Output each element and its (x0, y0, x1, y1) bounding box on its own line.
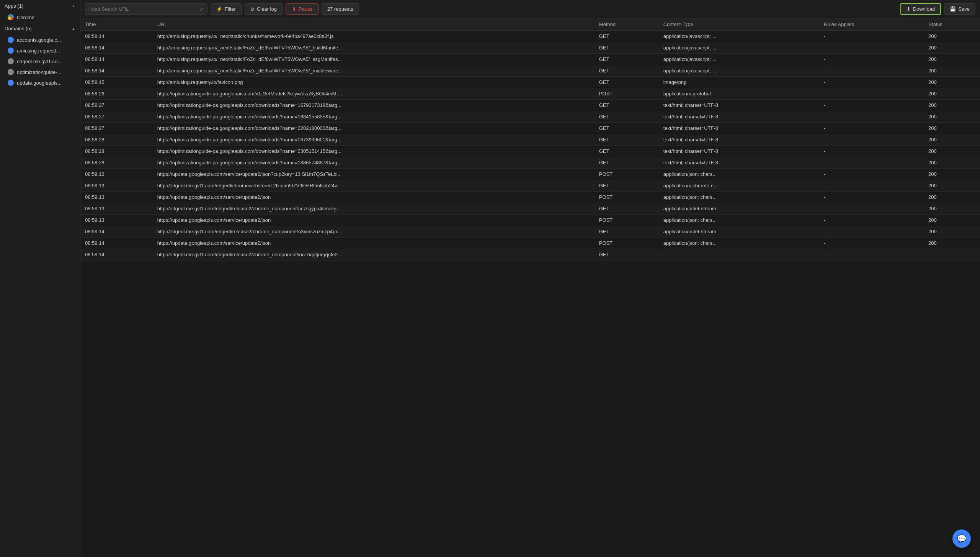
cell-method: GET (595, 42, 659, 54)
cell-time: 08:58:27 (80, 111, 153, 123)
cell-url: http://edgedl.me.gvt1.com/edgedl/release… (153, 226, 595, 238)
chat-icon: 💬 (957, 534, 967, 543)
cell-rules_applied: - (819, 226, 924, 238)
cell-time: 08:58:27 (80, 123, 153, 134)
sidebar-item-optimizationguide[interactable]: optimizationguide-... (0, 67, 80, 77)
download-button[interactable]: ⬇ Download (900, 3, 941, 15)
cell-method: GET (595, 31, 659, 42)
clear-log-button[interactable]: ⊘ Clear log (245, 3, 283, 15)
cell-status: 200 (924, 42, 980, 54)
cell-method: POST (595, 169, 659, 180)
table-row[interactable]: 08:58:28https://optimizationguide-pa.goo… (80, 146, 980, 157)
table-row[interactable]: 08:59:14https://update.googleapis.com/se… (80, 238, 980, 249)
cell-rules_applied: - (819, 31, 924, 42)
search-input-wrapper[interactable]: ⤢ (85, 3, 207, 15)
search-input[interactable] (89, 6, 197, 12)
sidebar-item-update-googleapis[interactable]: update.googleapis... (0, 77, 80, 88)
cell-method: GET (595, 146, 659, 157)
table-row[interactable]: 08:59:14http://edgedl.me.gvt1.com/edgedl… (80, 249, 980, 260)
cell-rules_applied: - (819, 65, 924, 77)
cell-content_type: application/octet-stream (659, 226, 820, 238)
sidebar-item-chrome-label: Chrome (17, 15, 34, 20)
cell-time: 08:58:14 (80, 65, 153, 77)
cell-time: 08:59:13 (80, 192, 153, 203)
cell-method: POST (595, 238, 659, 249)
globe-icon-5 (8, 80, 14, 86)
cell-rules_applied: - (819, 192, 924, 203)
table-row[interactable]: 08:58:27https://optimizationguide-pa.goo… (80, 123, 980, 134)
chat-button[interactable]: 💬 (952, 529, 971, 548)
cell-content_type: - (659, 249, 820, 260)
cell-method: GET (595, 134, 659, 146)
cell-status: 200 (924, 54, 980, 65)
sidebar-item-label-3: optimizationguide-... (17, 69, 61, 75)
cell-method: GET (595, 77, 659, 88)
cell-method: POST (595, 215, 659, 226)
table-header-row: Time URL Method Content-Type Rules Appli… (80, 18, 980, 31)
cell-method: GET (595, 54, 659, 65)
domains-section-header[interactable]: Domains (5) ▲ (0, 23, 80, 34)
col-header-method[interactable]: Method (595, 18, 659, 31)
table-row[interactable]: 08:59:13https://update.googleapis.com/se… (80, 192, 980, 203)
clear-log-label: Clear log (257, 6, 277, 12)
sidebar-item-amiusing[interactable]: amiusing.requestl... (0, 45, 80, 56)
cell-url: https://optimizationguide-pa.googleapis.… (153, 146, 595, 157)
sidebar-item-accounts-google[interactable]: accounts.google.c... (0, 34, 80, 45)
cell-url: http://amiusing.requestly.io/_next/stati… (153, 31, 595, 42)
sidebar-item-label-2: edgedl.me.gvt1.co... (17, 59, 62, 64)
table-row[interactable]: 08:58:14http://amiusing.requestly.io/_ne… (80, 42, 980, 54)
table-row[interactable]: 08:58:28https://optimizationguide-pa.goo… (80, 134, 980, 146)
table-row[interactable]: 08:58:28https://optimizationguide-pa.goo… (80, 157, 980, 169)
filter-button[interactable]: ⚡ Filter (211, 3, 242, 15)
cell-rules_applied: - (819, 111, 924, 123)
cell-status: 200 (924, 215, 980, 226)
cell-status: 200 (924, 31, 980, 42)
cell-url: http://amiusing.requestly.io/favicon.png (153, 77, 595, 88)
domains-section-title: Domains (5) (5, 26, 32, 31)
table-row[interactable]: 08:58:15http://amiusing.requestly.io/fav… (80, 77, 980, 88)
globe-icon-4 (8, 69, 14, 75)
cell-url: https://update.googleapis.com/service/up… (153, 169, 595, 180)
col-header-rules-applied[interactable]: Rules Applied (819, 18, 924, 31)
cell-method: POST (595, 88, 659, 100)
table-row[interactable]: 08:59:13https://update.googleapis.com/se… (80, 215, 980, 226)
table-body: 08:58:14http://amiusing.requestly.io/_ne… (80, 31, 980, 260)
pause-button[interactable]: ⏸ Pause (286, 3, 318, 15)
cell-url: https://optimizationguide-pa.googleapis.… (153, 123, 595, 134)
cell-time: 08:59:14 (80, 226, 153, 238)
table-row[interactable]: 08:58:26https://optimizationguide-pa.goo… (80, 88, 980, 100)
save-button[interactable]: 💾 Save (944, 3, 975, 15)
table-row[interactable]: 08:58:14http://amiusing.requestly.io/_ne… (80, 31, 980, 42)
sidebar: Apps (1) ▲ Chrome Domains (5) ▲ accounts… (0, 0, 80, 557)
globe-icon-2 (8, 48, 14, 54)
table-row[interactable]: 08:58:14http://amiusing.requestly.io/_ne… (80, 54, 980, 65)
col-header-content-type[interactable]: Content-Type (659, 18, 820, 31)
col-header-time[interactable]: Time (80, 18, 153, 31)
table-row[interactable]: 08:58:27https://optimizationguide-pa.goo… (80, 111, 980, 123)
table-row[interactable]: 08:59:13http://edgedl.me.gvt1.com/edgedl… (80, 180, 980, 192)
cell-content_type: application/javascript; ... (659, 65, 820, 77)
col-header-url[interactable]: URL (153, 18, 595, 31)
table-row[interactable]: 08:59:12https://update.googleapis.com/se… (80, 169, 980, 180)
cell-rules_applied: - (819, 238, 924, 249)
cell-url: http://edgedl.me.gvt1.com/edgedl/release… (153, 249, 595, 260)
table-row[interactable]: 08:58:27https://optimizationguide-pa.goo… (80, 100, 980, 111)
apps-section-header[interactable]: Apps (1) ▲ (0, 0, 80, 12)
cell-content_type: application/javascript; ... (659, 54, 820, 65)
cell-url: http://amiusing.requestly.io/_next/stati… (153, 54, 595, 65)
table-row[interactable]: 08:59:14http://edgedl.me.gvt1.com/edgedl… (80, 226, 980, 238)
cell-content_type: text/html; charset=UTF-8 (659, 157, 820, 169)
globe-icon-1 (8, 37, 14, 43)
requests-table-wrapper[interactable]: Time URL Method Content-Type Rules Appli… (80, 18, 980, 557)
sidebar-item-edgedl[interactable]: edgedl.me.gvt1.co... (0, 56, 80, 67)
table-row[interactable]: 08:58:14http://amiusing.requestly.io/_ne… (80, 65, 980, 77)
pause-icon: ⏸ (291, 6, 296, 12)
table-row[interactable]: 08:59:13http://edgedl.me.gvt1.com/edgedl… (80, 203, 980, 215)
requests-table: Time URL Method Content-Type Rules Appli… (80, 18, 980, 260)
cell-url: http://edgedl.me.gvt1.com/edgedl/chromew… (153, 180, 595, 192)
col-header-status[interactable]: Status (924, 18, 980, 31)
pause-label: Pause (299, 6, 313, 12)
sidebar-item-chrome[interactable]: Chrome (0, 12, 80, 23)
save-icon: 💾 (950, 6, 956, 12)
cell-method: GET (595, 65, 659, 77)
